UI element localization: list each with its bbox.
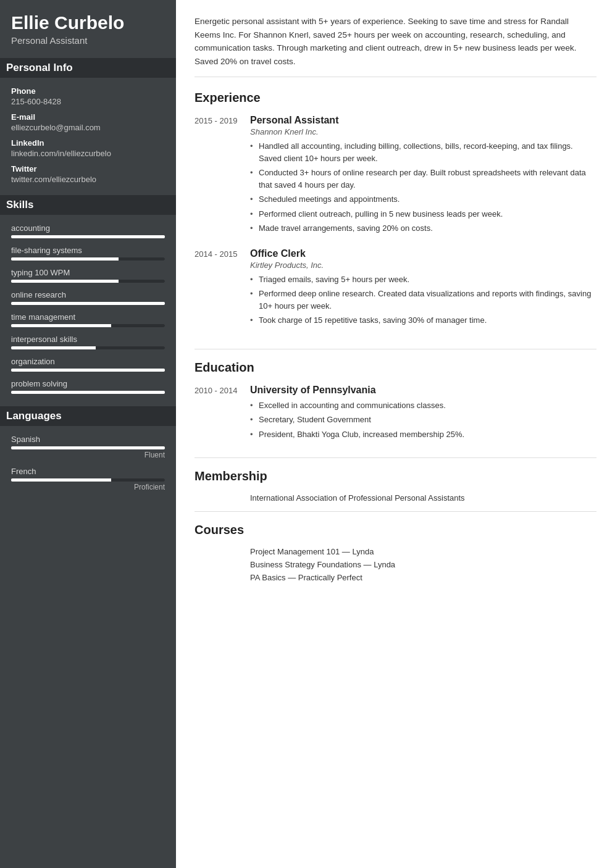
education-section: Education 2010 - 2014 University of Penn… — [195, 361, 596, 459]
skill-name: online research — [11, 290, 165, 299]
language-bar — [11, 478, 165, 482]
bullet-item: Performed client outreach, pulling in 5 … — [250, 208, 596, 220]
courses-heading: Courses — [195, 523, 596, 538]
exp-company: Kirtley Products, Inc. — [250, 261, 596, 270]
skill-bar — [11, 235, 165, 238]
skill-name: typing 100 WPM — [11, 268, 165, 277]
skill-bar — [11, 302, 165, 305]
skill-bar — [11, 346, 165, 349]
membership-section: Membership International Association of … — [195, 469, 596, 512]
bullet-item: President, Bhakti Yoga Club, increased m… — [250, 428, 596, 441]
skill-item: organization — [11, 357, 165, 372]
language-name: French — [11, 467, 165, 476]
bullet-item: Handled all accounting, including billin… — [250, 140, 596, 164]
course-item: PA Basics — Practically Perfect — [195, 573, 596, 582]
exp-job-title: Office Clerk — [250, 248, 596, 259]
skill-name: interpersonal skills — [11, 335, 165, 344]
exp-company: Shannon Knerl Inc. — [250, 127, 596, 136]
exp-bullets: Triaged emails, saving 5+ hours per week… — [250, 273, 596, 327]
bullet-item: Secretary, Student Government — [250, 414, 596, 426]
email-label: E-mail — [11, 112, 165, 122]
language-name: Spanish — [11, 435, 165, 444]
skill-item: accounting — [11, 223, 165, 238]
bullet-item: Excelled in accounting and communication… — [250, 399, 596, 412]
edu-bullets: Excelled in accounting and communication… — [250, 399, 596, 441]
language-level: Fluent — [11, 451, 165, 459]
skill-name: problem solving — [11, 379, 165, 388]
courses-section: Courses Project Management 101 — LyndaBu… — [195, 523, 596, 595]
membership-text: International Association of Professiona… — [195, 493, 596, 503]
sidebar: Ellie Curbelo Personal Assistant Persona… — [0, 0, 176, 868]
exp-dates: 2014 - 2015 — [195, 248, 250, 329]
skills-heading: Skills — [0, 195, 176, 215]
bullet-item: Made travel arrangements, saving 20% on … — [250, 222, 596, 235]
main-content: Energetic personal assistant with 5+ yea… — [176, 0, 615, 868]
email-value: elliezcurbelo@gmail.com — [11, 123, 165, 132]
skill-item: typing 100 WPM — [11, 268, 165, 283]
skill-bar — [11, 280, 165, 283]
experience-item: 2015 - 2019 Personal Assistant Shannon K… — [195, 115, 596, 237]
experience-list: 2015 - 2019 Personal Assistant Shannon K… — [195, 115, 596, 329]
skill-name: file-sharing systems — [11, 246, 165, 255]
skill-item: file-sharing systems — [11, 246, 165, 261]
edu-school: University of Pennsylvania — [250, 385, 596, 396]
education-heading: Education — [195, 361, 596, 376]
exp-dates: 2015 - 2019 — [195, 115, 250, 237]
skill-bar — [11, 369, 165, 372]
edu-content: University of Pennsylvania Excelled in a… — [250, 385, 596, 443]
linkedin-value: linkedin.com/in/elliezcurbelo — [11, 149, 165, 158]
skill-name: accounting — [11, 223, 165, 233]
edu-dates: 2010 - 2014 — [195, 385, 250, 443]
phone-value: 215-600-8428 — [11, 97, 165, 106]
bullet-item: Performed deep online research. Created … — [250, 288, 596, 312]
experience-heading: Experience — [195, 91, 596, 106]
candidate-name: Ellie Curbelo — [11, 12, 165, 33]
exp-content: Personal Assistant Shannon Knerl Inc. Ha… — [250, 115, 596, 237]
skills-list: accounting file-sharing systems typing 1… — [11, 223, 165, 394]
skill-item: problem solving — [11, 379, 165, 394]
education-list: 2010 - 2014 University of Pennsylvania E… — [195, 385, 596, 443]
language-level: Proficient — [11, 483, 165, 491]
twitter-label: Twitter — [11, 164, 165, 173]
exp-content: Office Clerk Kirtley Products, Inc. Tria… — [250, 248, 596, 329]
course-item: Project Management 101 — Lynda — [195, 547, 596, 556]
bullet-item: Scheduled meetings and appointments. — [250, 193, 596, 206]
language-item: Spanish Fluent — [11, 435, 165, 459]
experience-item: 2014 - 2015 Office Clerk Kirtley Product… — [195, 248, 596, 329]
experience-section: Experience 2015 - 2019 Personal Assistan… — [195, 91, 596, 349]
skill-name: organization — [11, 357, 165, 366]
twitter-value: twitter.com/elliezcurbelo — [11, 175, 165, 184]
personal-info-heading: Personal Info — [0, 58, 176, 78]
skill-bar — [11, 257, 165, 261]
exp-bullets: Handled all accounting, including billin… — [250, 140, 596, 235]
courses-list: Project Management 101 — LyndaBusiness S… — [195, 547, 596, 582]
skill-item: time management — [11, 312, 165, 327]
languages-heading: Languages — [0, 406, 176, 426]
skill-bar — [11, 391, 165, 394]
skill-name: time management — [11, 312, 165, 322]
candidate-title: Personal Assistant — [11, 35, 165, 46]
linkedin-label: LinkedIn — [11, 138, 165, 148]
bullet-item: Triaged emails, saving 5+ hours per week… — [250, 273, 596, 286]
summary-text: Energetic personal assistant with 5+ yea… — [195, 15, 596, 77]
languages-list: Spanish Fluent French Proficient — [11, 435, 165, 491]
bullet-item: Conducted 3+ hours of online research pe… — [250, 167, 596, 191]
education-item: 2010 - 2014 University of Pennsylvania E… — [195, 385, 596, 443]
course-item: Business Strategy Foundations — Lynda — [195, 560, 596, 569]
exp-job-title: Personal Assistant — [250, 115, 596, 126]
language-item: French Proficient — [11, 467, 165, 491]
skill-item: interpersonal skills — [11, 335, 165, 349]
bullet-item: Took charge of 15 repetitive tasks, savi… — [250, 314, 596, 327]
phone-label: Phone — [11, 86, 165, 96]
membership-heading: Membership — [195, 469, 596, 485]
language-bar — [11, 446, 165, 449]
skill-bar — [11, 324, 165, 327]
skill-item: online research — [11, 290, 165, 305]
